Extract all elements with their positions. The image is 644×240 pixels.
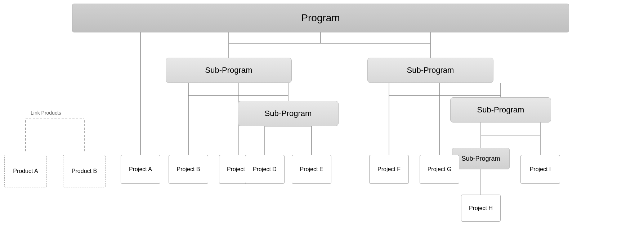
product-a-node: Product A <box>4 155 47 187</box>
subprogram2-label: Sub-Program <box>407 66 454 75</box>
project-f-label: Project F <box>377 166 401 173</box>
project-e-label: Project E <box>300 166 323 173</box>
product-b-label: Product B <box>72 168 97 174</box>
project-g-label: Project G <box>428 166 452 173</box>
project-h-label: Project H <box>469 205 493 212</box>
subprogram2a1-label: Sub-Program <box>461 155 500 163</box>
project-g-node: Project G <box>420 155 459 184</box>
subprogram1-node: Sub-Program <box>166 58 292 83</box>
project-i-node: Project I <box>520 155 560 184</box>
link-products-label: Link Products <box>31 110 61 116</box>
project-e-node: Project E <box>292 155 331 184</box>
project-d-label: Project D <box>253 166 277 173</box>
diagram: Program Sub-Program Sub-Program Sub-Prog… <box>0 0 644 240</box>
subprogram1-label: Sub-Program <box>205 66 252 75</box>
project-a-label: Project A <box>129 166 152 173</box>
program-label: Program <box>301 12 340 24</box>
subprogram2a-node: Sub-Program <box>450 97 551 123</box>
project-i-label: Project I <box>530 166 551 173</box>
project-d-node: Project D <box>245 155 285 184</box>
subprogram2a-label: Sub-Program <box>477 105 524 115</box>
project-b-label: Project B <box>177 166 200 173</box>
project-h-node: Project H <box>461 195 501 222</box>
program-node: Program <box>72 4 569 32</box>
project-b-node: Project B <box>169 155 208 184</box>
project-a-node: Project A <box>121 155 160 184</box>
product-b-node: Product B <box>63 155 106 187</box>
subprogram1a-node: Sub-Program <box>238 101 339 126</box>
product-a-label: Product A <box>13 168 38 174</box>
subprogram2-node: Sub-Program <box>367 58 493 83</box>
subprogram1a-label: Sub-Program <box>265 109 312 118</box>
subprogram2a1-node: Sub-Program <box>452 148 510 169</box>
project-f-node: Project F <box>369 155 409 184</box>
